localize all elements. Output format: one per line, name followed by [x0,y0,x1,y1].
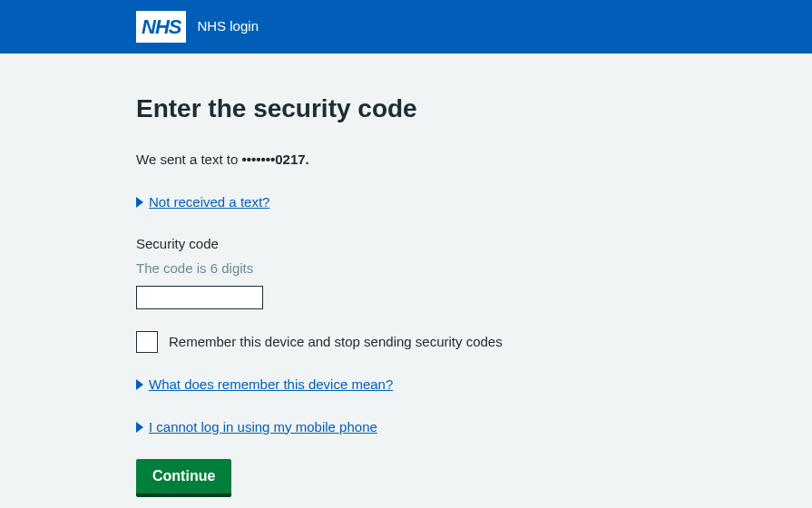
security-code-group: Security code The code is 6 digits [136,234,676,309]
lead-text: We sent a text to •••••••0217. [136,150,676,171]
security-code-input[interactable] [136,286,263,309]
caret-right-icon [136,422,143,433]
lead-prefix: We sent a text to [136,151,241,167]
details-not-received[interactable]: Not received a text? [136,192,676,213]
page-heading: Enter the security code [136,90,676,128]
security-code-hint: The code is 6 digits [136,259,676,279]
details-remember-label: What does remember this device mean? [149,375,393,396]
nhs-logo: NHS [136,11,186,43]
continue-button[interactable]: Continue [136,459,231,493]
remember-device-group: Remember this device and stop sending se… [136,331,676,353]
remember-device-checkbox[interactable] [136,331,158,353]
header-title: NHS login [197,16,259,37]
security-code-label: Security code [136,234,676,255]
header: NHS NHS login [0,0,812,54]
caret-right-icon [136,197,143,208]
main-content: Enter the security code We sent a text t… [0,54,812,508]
details-not-received-label: Not received a text? [149,192,269,213]
details-cannot-login[interactable]: I cannot log in using my mobile phone [136,417,676,438]
details-remember-device[interactable]: What does remember this device mean? [136,375,676,396]
details-cannot-login-label: I cannot log in using my mobile phone [149,417,377,438]
remember-device-label: Remember this device and stop sending se… [169,332,503,353]
caret-right-icon [136,379,143,390]
lead-masked-number: •••••••0217. [241,151,308,167]
